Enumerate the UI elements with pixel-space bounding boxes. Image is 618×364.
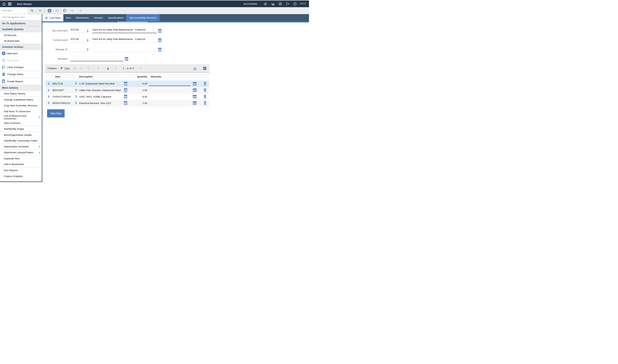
expand-row-icon[interactable] — [45, 102, 52, 104]
home-icon[interactable] — [0, 2, 8, 6]
signout-icon[interactable] — [284, 0, 291, 7]
column-header-item[interactable]: Item — [52, 75, 73, 78]
sidebar-item-all-bookmarks[interactable]: All Bookmarks — [0, 38, 42, 44]
remarks-detail-icon[interactable] — [191, 95, 199, 98]
quantity-cell[interactable]: 4.00 — [129, 81, 147, 86]
quantity-cell[interactable]: 2.00 — [129, 102, 147, 104]
sidebar-item-view-contracts[interactable]: View Contracts — [0, 120, 42, 126]
description-cell[interactable]: Electrical Resistor, Size 2112 — [79, 102, 122, 104]
filter-icon[interactable] — [60, 67, 63, 70]
remarks-field[interactable] — [70, 56, 123, 61]
expand-row-icon[interactable] — [45, 95, 52, 98]
sidebar-item-depreciation-schedule[interactable]: Depreciation Schedule — [0, 144, 42, 150]
sidebar-item-copy-item-assembly-structure[interactable]: Copy Item Assembly Structure — [0, 103, 42, 108]
belongs-to-description-field[interactable] — [92, 47, 157, 52]
chevron-right-icon[interactable] — [73, 82, 79, 86]
tab-item[interactable]: Item — [63, 14, 73, 21]
help-icon[interactable] — [291, 0, 299, 7]
item-cell[interactable]: BRACKET — [52, 89, 73, 92]
sidebar-item-attachment-library[interactable]: Attachment Library/Folders — [0, 150, 42, 156]
remarks-cell[interactable] — [149, 81, 191, 86]
delete-row-icon[interactable] — [203, 95, 207, 98]
item-cell[interactable]: BOLT125 — [52, 81, 73, 86]
remarks-detail-icon[interactable] — [191, 101, 199, 105]
clear-changes-button[interactable] — [61, 7, 69, 14]
description-cell[interactable]: Utility Pole, Bracket, Galvanized Steel — [79, 89, 122, 92]
sidebar-item-unit-of-measure[interactable]: Unit of Measure and Conversion — [0, 114, 42, 120]
sidebar-header-queries[interactable]: Available Queries — [0, 26, 42, 32]
description-cell[interactable]: 1.25" Galvanized Steel Hex Bolt — [79, 81, 122, 86]
filter-link[interactable]: Filter — [64, 67, 70, 70]
current-level-field[interactable]: KIT134 — [70, 38, 87, 42]
sidebar-item-item-organization-details[interactable]: Item/Organization Details — [0, 132, 42, 138]
column-header-remarks[interactable]: Remarks — [149, 75, 192, 78]
remarks-detail-icon[interactable] — [191, 89, 199, 92]
long-description-icon[interactable] — [122, 88, 129, 92]
chevron-right-icon[interactable] — [87, 39, 92, 42]
sidebar-item-add-to-bookmarks[interactable]: Add to Bookmarks — [0, 161, 42, 167]
table-row[interactable]: CAPACITOR100 100V, SR11, KSBB Capacitor … — [45, 93, 209, 100]
sidebar-item-clear-changes[interactable]: Clear Changes — [0, 64, 42, 71]
delete-row-icon[interactable] — [203, 88, 207, 92]
long-description-icon[interactable] — [122, 82, 129, 86]
table-row[interactable]: BRACKET Utility Pole, Bracket, Galvanize… — [45, 87, 209, 93]
sidebar-header-common-actions[interactable]: Common Actions — [0, 44, 42, 50]
new-record-button[interactable] — [46, 7, 53, 14]
long-description-icon[interactable] — [122, 101, 129, 105]
tab-vendors[interactable]: Vendors — [91, 14, 106, 21]
delete-row-icon[interactable] — [203, 82, 207, 86]
sidebar-item-change-status[interactable]: Change Status — [0, 71, 42, 78]
top-level-item-field[interactable]: KIT134 — [70, 28, 87, 33]
find-item-input[interactable] — [0, 7, 28, 14]
chevron-right-icon[interactable] — [73, 95, 79, 98]
sidebar-item-create-report[interactable]: Create Report — [0, 78, 42, 85]
sidebar-item-duplicate-item[interactable]: Duplicate Item — [0, 156, 42, 161]
table-row[interactable]: BOLT125 1.25" Galvanized Steel Hex Bolt … — [45, 81, 209, 87]
delete-row-icon[interactable] — [203, 101, 207, 105]
expand-row-icon[interactable] — [45, 82, 52, 85]
remarks-detail-icon[interactable] — [191, 82, 199, 85]
list-view-button[interactable]: List View — [42, 14, 63, 21]
search-icon[interactable] — [28, 7, 36, 14]
remarks-cell[interactable] — [149, 88, 191, 92]
table-row[interactable]: RESISTOR2112 Electrical Resistor, Size 2… — [45, 100, 209, 106]
remarks-cell[interactable] — [149, 101, 191, 105]
top-level-description-field[interactable]: Parts Kit for Utility Pole Maintenance -… — [92, 28, 157, 33]
announcements-icon[interactable] — [262, 0, 269, 7]
restore-panel-icon[interactable] — [200, 67, 209, 70]
expand-row-icon[interactable] — [45, 89, 52, 92]
column-header-description[interactable]: Description — [79, 75, 122, 78]
sidebar-header-goto[interactable]: Go To Applications — [0, 20, 42, 26]
item-cell[interactable]: RESISTOR2112 — [52, 102, 73, 104]
sidebar-item-new-item[interactable]: New Item — [0, 50, 42, 57]
long-description-icon[interactable] — [122, 95, 129, 98]
long-description-icon[interactable] — [158, 39, 161, 42]
sidebar-item-all-records[interactable]: All Records — [0, 32, 42, 38]
sidebar-item-view-status-history[interactable]: View Status History — [0, 91, 42, 97]
chevron-right-icon[interactable] — [87, 29, 92, 33]
sidebar-item-cognos-analytics[interactable]: Cognos Analytics — [0, 173, 42, 179]
quantity-cell[interactable]: 2.00 — [129, 89, 147, 92]
column-header-quantity[interactable]: Quantity — [129, 75, 147, 78]
sidebar-item-add-modify-commodity-codes[interactable]: Add/Modify Commodity Codes — [0, 138, 42, 144]
expand-filter-icon[interactable] — [72, 67, 78, 70]
long-description-icon[interactable] — [158, 48, 161, 52]
move-down-icon[interactable] — [104, 67, 112, 70]
remarks-cell[interactable] — [149, 94, 191, 99]
sidebar-item-change-capitalized-status[interactable]: Change Capitalized Status — [0, 97, 42, 103]
chevron-down-icon[interactable] — [36, 7, 44, 14]
belongs-to-field[interactable] — [70, 47, 87, 52]
quantity-cell[interactable]: 6.00 — [129, 95, 147, 98]
chevron-right-icon[interactable] — [73, 89, 79, 92]
tab-item-assembly-structure[interactable]: Item Assembly Structure — [126, 14, 160, 21]
chevron-right-icon[interactable] — [73, 101, 79, 105]
sidebar-item-run-reports[interactable]: Run Reports — [0, 167, 42, 173]
find-navigation-input[interactable] — [0, 14, 42, 20]
tab-specifications[interactable]: Specifications — [106, 14, 126, 21]
new-row-button[interactable]: New Row — [47, 109, 64, 117]
tab-storerooms[interactable]: Storerooms — [73, 14, 91, 21]
chevron-right-icon[interactable] — [87, 48, 92, 52]
long-description-icon[interactable] — [158, 29, 161, 33]
profile-icon[interactable] — [277, 0, 284, 7]
description-cell[interactable]: 100V, SR11, KSBB Capacitor — [79, 95, 122, 98]
